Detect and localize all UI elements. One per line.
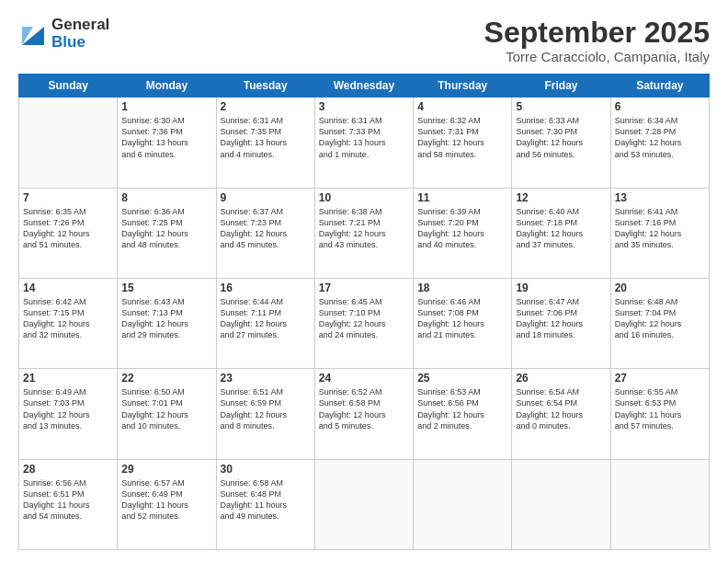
table-row: 16Sunrise: 6:44 AM Sunset: 7:11 PM Dayli… — [216, 278, 314, 368]
day-info: Sunrise: 6:37 AM Sunset: 7:23 PM Dayligh… — [221, 206, 311, 251]
day-number: 16 — [221, 282, 311, 294]
day-number: 27 — [615, 372, 705, 385]
table-row: 13Sunrise: 6:41 AM Sunset: 7:16 PM Dayli… — [610, 188, 709, 278]
day-number: 29 — [121, 463, 211, 476]
day-info: Sunrise: 6:34 AM Sunset: 7:28 PM Dayligh… — [615, 115, 705, 160]
day-number: 22 — [121, 372, 211, 385]
day-info: Sunrise: 6:38 AM Sunset: 7:21 PM Dayligh… — [319, 206, 409, 251]
table-row — [512, 459, 610, 549]
table-row: 2Sunrise: 6:31 AM Sunset: 7:35 PM Daylig… — [216, 98, 314, 188]
day-number: 10 — [319, 191, 409, 204]
table-row: 22Sunrise: 6:50 AM Sunset: 7:01 PM Dayli… — [118, 369, 216, 459]
logo: General Blue — [18, 17, 109, 51]
day-info: Sunrise: 6:43 AM Sunset: 7:13 PM Dayligh… — [121, 296, 211, 341]
day-info: Sunrise: 6:55 AM Sunset: 6:53 PM Dayligh… — [615, 386, 705, 431]
day-info: Sunrise: 6:30 AM Sunset: 7:36 PM Dayligh… — [121, 115, 211, 160]
table-row: 24Sunrise: 6:52 AM Sunset: 6:58 PM Dayli… — [314, 369, 413, 459]
day-info: Sunrise: 6:56 AM Sunset: 6:51 PM Dayligh… — [23, 477, 113, 523]
day-number: 15 — [121, 282, 211, 294]
day-info: Sunrise: 6:47 AM Sunset: 7:06 PM Dayligh… — [516, 296, 606, 341]
col-sunday: Sunday — [19, 75, 118, 98]
day-info: Sunrise: 6:45 AM Sunset: 7:10 PM Dayligh… — [319, 296, 409, 341]
col-friday: Friday — [512, 75, 610, 98]
day-info: Sunrise: 6:52 AM Sunset: 6:58 PM Dayligh… — [319, 386, 409, 431]
day-number: 6 — [615, 100, 705, 113]
day-number: 19 — [516, 282, 606, 294]
day-info: Sunrise: 6:31 AM Sunset: 7:35 PM Dayligh… — [221, 115, 311, 160]
day-info: Sunrise: 6:48 AM Sunset: 7:04 PM Dayligh… — [615, 296, 705, 341]
day-info: Sunrise: 6:51 AM Sunset: 6:59 PM Dayligh… — [221, 386, 311, 431]
table-row: 11Sunrise: 6:39 AM Sunset: 7:20 PM Dayli… — [414, 188, 512, 278]
day-number: 30 — [221, 463, 311, 476]
day-number: 13 — [615, 191, 705, 204]
day-info: Sunrise: 6:36 AM Sunset: 7:25 PM Dayligh… — [121, 206, 211, 251]
day-info: Sunrise: 6:40 AM Sunset: 7:18 PM Dayligh… — [516, 206, 606, 251]
col-tuesday: Tuesday — [216, 75, 314, 98]
table-row: 27Sunrise: 6:55 AM Sunset: 6:53 PM Dayli… — [610, 369, 709, 459]
table-row: 4Sunrise: 6:32 AM Sunset: 7:31 PM Daylig… — [414, 98, 512, 188]
day-info: Sunrise: 6:35 AM Sunset: 7:26 PM Dayligh… — [23, 206, 113, 251]
day-info: Sunrise: 6:31 AM Sunset: 7:33 PM Dayligh… — [319, 115, 409, 160]
table-row: 19Sunrise: 6:47 AM Sunset: 7:06 PM Dayli… — [512, 278, 610, 368]
table-row — [610, 459, 709, 549]
day-info: Sunrise: 6:49 AM Sunset: 7:03 PM Dayligh… — [23, 386, 113, 431]
day-number: 8 — [121, 191, 211, 204]
calendar-table: Sunday Monday Tuesday Wednesday Thursday… — [18, 74, 710, 550]
calendar-header-row: Sunday Monday Tuesday Wednesday Thursday… — [19, 75, 710, 98]
day-info: Sunrise: 6:42 AM Sunset: 7:15 PM Dayligh… — [23, 296, 113, 341]
table-row: 21Sunrise: 6:49 AM Sunset: 7:03 PM Dayli… — [19, 369, 118, 459]
day-number: 23 — [221, 372, 311, 385]
day-number: 12 — [516, 191, 606, 204]
day-info: Sunrise: 6:33 AM Sunset: 7:30 PM Dayligh… — [516, 115, 606, 160]
table-row: 6Sunrise: 6:34 AM Sunset: 7:28 PM Daylig… — [610, 98, 709, 188]
day-number: 9 — [221, 191, 311, 204]
day-info: Sunrise: 6:53 AM Sunset: 6:56 PM Dayligh… — [417, 386, 507, 431]
table-row: 1Sunrise: 6:30 AM Sunset: 7:36 PM Daylig… — [118, 98, 216, 188]
table-row — [19, 98, 118, 188]
day-number: 21 — [23, 372, 113, 385]
location: Torre Caracciolo, Campania, Italy — [484, 49, 710, 64]
day-number: 20 — [615, 282, 705, 294]
day-info: Sunrise: 6:44 AM Sunset: 7:11 PM Dayligh… — [221, 296, 311, 341]
day-number: 26 — [516, 372, 606, 385]
calendar-week-row: 7Sunrise: 6:35 AM Sunset: 7:26 PM Daylig… — [19, 188, 710, 278]
day-info: Sunrise: 6:50 AM Sunset: 7:01 PM Dayligh… — [121, 386, 211, 431]
day-number: 3 — [319, 100, 409, 113]
calendar-week-row: 14Sunrise: 6:42 AM Sunset: 7:15 PM Dayli… — [19, 278, 710, 368]
table-row: 3Sunrise: 6:31 AM Sunset: 7:33 PM Daylig… — [314, 98, 413, 188]
day-info: Sunrise: 6:39 AM Sunset: 7:20 PM Dayligh… — [417, 206, 507, 251]
table-row: 20Sunrise: 6:48 AM Sunset: 7:04 PM Dayli… — [610, 278, 709, 368]
table-row: 10Sunrise: 6:38 AM Sunset: 7:21 PM Dayli… — [314, 188, 413, 278]
col-saturday: Saturday — [610, 75, 709, 98]
table-row: 26Sunrise: 6:54 AM Sunset: 6:54 PM Dayli… — [512, 369, 610, 459]
day-info: Sunrise: 6:32 AM Sunset: 7:31 PM Dayligh… — [417, 115, 507, 160]
day-number: 14 — [23, 282, 113, 294]
calendar-week-row: 1Sunrise: 6:30 AM Sunset: 7:36 PM Daylig… — [19, 98, 710, 188]
table-row — [414, 459, 512, 549]
table-row: 14Sunrise: 6:42 AM Sunset: 7:15 PM Dayli… — [19, 278, 118, 368]
day-number: 25 — [417, 372, 507, 385]
table-row: 30Sunrise: 6:58 AM Sunset: 6:48 PM Dayli… — [216, 459, 314, 549]
table-row: 12Sunrise: 6:40 AM Sunset: 7:18 PM Dayli… — [512, 188, 610, 278]
day-number: 24 — [319, 372, 409, 385]
table-row: 18Sunrise: 6:46 AM Sunset: 7:08 PM Dayli… — [414, 278, 512, 368]
logo-blue: Blue — [51, 33, 85, 51]
day-number: 17 — [319, 282, 409, 294]
col-thursday: Thursday — [414, 75, 512, 98]
day-info: Sunrise: 6:41 AM Sunset: 7:16 PM Dayligh… — [615, 206, 705, 251]
day-number: 4 — [417, 100, 507, 113]
table-row: 28Sunrise: 6:56 AM Sunset: 6:51 PM Dayli… — [19, 459, 118, 549]
title-block: September 2025 Torre Caracciolo, Campani… — [484, 17, 710, 64]
day-number: 11 — [417, 191, 507, 204]
day-info: Sunrise: 6:46 AM Sunset: 7:08 PM Dayligh… — [417, 296, 507, 341]
table-row: 23Sunrise: 6:51 AM Sunset: 6:59 PM Dayli… — [216, 369, 314, 459]
table-row: 17Sunrise: 6:45 AM Sunset: 7:10 PM Dayli… — [314, 278, 413, 368]
logo-general: General — [51, 16, 109, 33]
calendar-week-row: 21Sunrise: 6:49 AM Sunset: 7:03 PM Dayli… — [19, 369, 710, 459]
day-info: Sunrise: 6:54 AM Sunset: 6:54 PM Dayligh… — [516, 386, 606, 431]
day-number: 18 — [417, 282, 507, 294]
table-row: 25Sunrise: 6:53 AM Sunset: 6:56 PM Dayli… — [414, 369, 512, 459]
day-info: Sunrise: 6:58 AM Sunset: 6:48 PM Dayligh… — [221, 477, 311, 523]
day-number: 7 — [23, 191, 113, 204]
table-row: 5Sunrise: 6:33 AM Sunset: 7:30 PM Daylig… — [512, 98, 610, 188]
